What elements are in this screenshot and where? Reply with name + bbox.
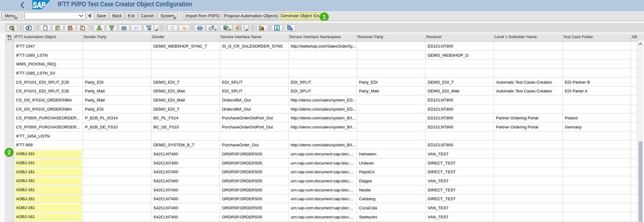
svg-text:SAP: SAP xyxy=(33,1,46,10)
